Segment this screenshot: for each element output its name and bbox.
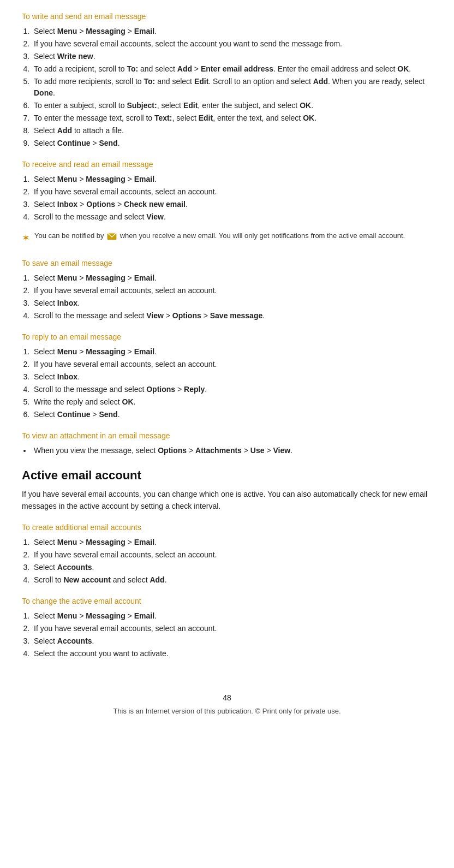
steps-change-active: Select Menu > Messaging > Email. If you … (22, 610, 432, 659)
active-email-account-section: Active email account If you have several… (22, 466, 432, 512)
steps-reply-email: Select Menu > Messaging > Email. If you … (22, 346, 432, 420)
list-item: Select Continue > Send. (32, 409, 432, 420)
list-item: Select Accounts. (32, 635, 432, 647)
section-title-reply-email: To reply to an email message (22, 331, 432, 343)
section-save-email: To save an email message Select Menu > M… (22, 258, 432, 322)
list-item: Scroll to New account and select Add. (32, 574, 432, 586)
tip-box-receive: ✶ You can be notified by ! when you rece… (22, 228, 432, 248)
list-item: Select Menu > Messaging > Email. (32, 346, 432, 358)
section-create-accounts: To create additional email accounts Sele… (22, 522, 432, 586)
list-item: Select Accounts. (32, 562, 432, 573)
list-item: If you have several email accounts, sele… (32, 359, 432, 370)
steps-create-accounts: Select Menu > Messaging > Email. If you … (22, 537, 432, 586)
section-reply-email: To reply to an email message Select Menu… (22, 331, 432, 420)
section-title-receive-read: To receive and read an email message (22, 159, 432, 170)
list-item: Select Menu > Messaging > Email. (32, 26, 432, 37)
active-email-heading: Active email account (22, 466, 432, 484)
list-item: Select Menu > Messaging > Email. (32, 174, 432, 185)
list-item: If you have several email accounts, sele… (32, 285, 432, 296)
section-title-create-accounts: To create additional email accounts (22, 522, 432, 533)
steps-write-send: Select Menu > Messaging > Email. If you … (22, 26, 432, 149)
list-item: Select Menu > Messaging > Email. (32, 272, 432, 284)
list-item: To enter a subject, scroll to Subject:, … (32, 100, 432, 111)
list-item: To add a recipient, scroll to To: and se… (32, 63, 432, 75)
copyright-text: This is an Internet version of this publ… (113, 707, 340, 715)
section-title-write-send: To write and send an email message (22, 11, 432, 22)
list-item: To enter the message text, scroll to Tex… (32, 112, 432, 124)
list-item: Select Write new. (32, 51, 432, 62)
list-item: If you have several email accounts, sele… (32, 38, 432, 50)
page-number: 48 (22, 692, 432, 704)
list-item: If you have several email accounts, sele… (32, 623, 432, 634)
list-item: When you view the message, select Option… (32, 445, 432, 456)
page-footer: 48 This is an Internet version of this p… (22, 692, 432, 717)
steps-save-email: Select Menu > Messaging > Email. If you … (22, 272, 432, 322)
page-content: To write and send an email message Selec… (22, 11, 432, 717)
section-view-attachment: To view an attachment in an email messag… (22, 430, 432, 456)
list-item: Write the reply and select OK. (32, 396, 432, 408)
list-item: Scroll to the message and select View > … (32, 310, 432, 322)
list-item: If you have several email accounts, sele… (32, 549, 432, 561)
section-write-send: To write and send an email message Selec… (22, 11, 432, 149)
list-item: Select Inbox. (32, 298, 432, 309)
active-email-desc: If you have several email accounts, you … (22, 489, 432, 512)
list-item: Select Inbox. (32, 371, 432, 383)
tip-icon: ✶ (22, 231, 30, 246)
list-item: Select the account you want to activate. (32, 648, 432, 659)
tip-text: You can be notified by ! when you receiv… (34, 230, 405, 241)
list-item: Select Menu > Messaging > Email. (32, 537, 432, 548)
section-change-active: To change the active email account Selec… (22, 596, 432, 659)
section-title-save-email: To save an email message (22, 258, 432, 269)
list-item: If you have several email accounts, sele… (32, 186, 432, 198)
email-notification-icon: ! (107, 233, 117, 240)
list-item: Scroll to the message and select View. (32, 211, 432, 223)
section-receive-read: To receive and read an email message Sel… (22, 159, 432, 248)
section-title-view-attachment: To view an attachment in an email messag… (22, 430, 432, 442)
svg-text:!: ! (111, 235, 112, 239)
list-item: Scroll to the message and select Options… (32, 384, 432, 395)
list-item: Select Continue > Send. (32, 138, 432, 149)
list-item: Select Add to attach a file. (32, 125, 432, 136)
steps-view-attachment: When you view the message, select Option… (22, 445, 432, 456)
list-item: Select Menu > Messaging > Email. (32, 610, 432, 622)
list-item: To add more recipients, scroll to To: an… (32, 76, 432, 99)
section-title-change-active: To change the active email account (22, 596, 432, 607)
steps-receive-read: Select Menu > Messaging > Email. If you … (22, 174, 432, 223)
list-item: Select Inbox > Options > Check new email… (32, 199, 432, 210)
